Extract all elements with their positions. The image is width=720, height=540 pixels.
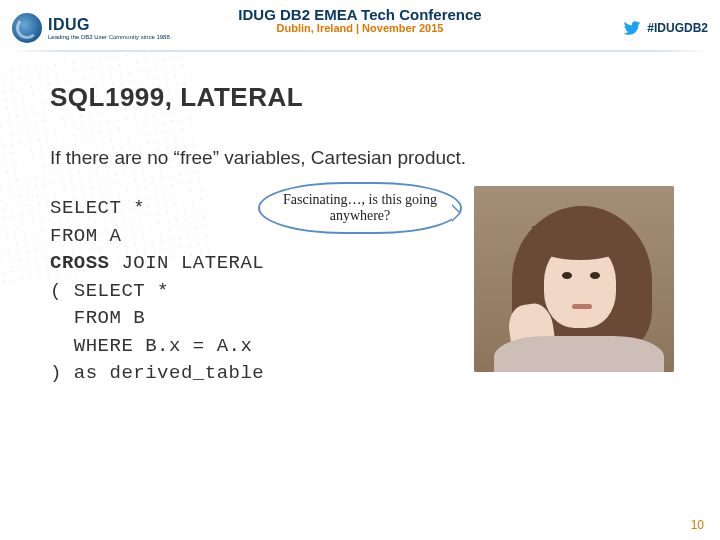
logo-text: IDUG xyxy=(48,17,170,33)
conference-subtitle: Dublin, Ireland | November 2015 xyxy=(238,22,481,34)
hashtag: #IDUGDB2 xyxy=(647,21,708,35)
slide-header: IDUG Leading the DB2 User Community sinc… xyxy=(0,0,720,50)
page-number: 10 xyxy=(691,518,704,532)
speech-bubble: Fascinating…, is this going anywhere? xyxy=(258,182,462,234)
twitter-bird-icon xyxy=(623,19,641,37)
idug-globe-icon xyxy=(12,13,42,43)
idug-logo: IDUG Leading the DB2 User Community sinc… xyxy=(12,13,170,43)
conference-title: IDUG DB2 EMEA Tech Conference xyxy=(238,6,481,23)
slide-lead-text: If there are no “free” variables, Cartes… xyxy=(50,147,670,169)
header-right: #IDUGDB2 xyxy=(623,19,708,37)
logo-subtext: Leading the DB2 User Community since 198… xyxy=(48,34,170,40)
header-center: IDUG DB2 EMEA Tech Conference Dublin, Ir… xyxy=(238,6,481,34)
slide-title: SQL1999, LATERAL xyxy=(50,82,670,113)
child-photo xyxy=(474,186,674,372)
speech-bubble-text: Fascinating…, is this going anywhere? xyxy=(283,192,437,223)
